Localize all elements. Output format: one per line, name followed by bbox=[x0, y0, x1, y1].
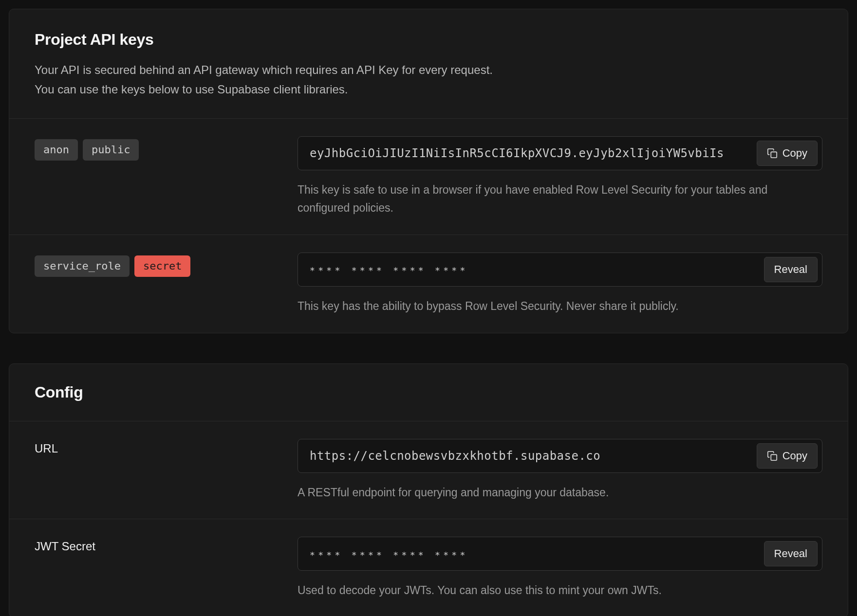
url-label: URL bbox=[35, 442, 58, 455]
anon-key-help: This key is safe to use in a browser if … bbox=[298, 181, 822, 217]
api-keys-panel: Project API keys Your API is secured beh… bbox=[9, 9, 848, 333]
service-role-field-wrap: Reveal bbox=[298, 253, 822, 287]
copy-url-label: Copy bbox=[782, 450, 807, 462]
copy-anon-key-button[interactable]: Copy bbox=[757, 141, 818, 166]
svg-rect-0 bbox=[771, 152, 777, 158]
jwt-content: Reveal Used to decode your JWTs. You can… bbox=[298, 537, 822, 599]
jwt-label: JWT Secret bbox=[35, 540, 95, 553]
config-title: Config bbox=[35, 383, 822, 401]
anon-key-field-wrap: Copy bbox=[298, 136, 822, 170]
url-input[interactable] bbox=[298, 439, 822, 473]
anon-tag: anon bbox=[35, 139, 78, 161]
service-role-input[interactable] bbox=[298, 253, 822, 287]
api-keys-description-line1: Your API is secured behind an API gatewa… bbox=[35, 63, 493, 76]
reveal-jwt-button[interactable]: Reveal bbox=[764, 541, 818, 566]
config-header: Config bbox=[9, 364, 848, 421]
service-role-tag: service_role bbox=[35, 255, 130, 277]
service-role-help: This key has the ability to bypass Row L… bbox=[298, 297, 822, 315]
jwt-label-wrap: JWT Secret bbox=[35, 537, 298, 553]
service-role-tags: service_role secret bbox=[35, 253, 298, 277]
jwt-input[interactable] bbox=[298, 537, 822, 571]
public-tag: public bbox=[83, 139, 139, 161]
anon-key-tags: anon public bbox=[35, 136, 298, 161]
svg-rect-1 bbox=[771, 454, 777, 460]
url-help: A RESTful endpoint for querying and mana… bbox=[298, 484, 822, 502]
service-role-content: Reveal This key has the ability to bypas… bbox=[298, 253, 822, 315]
url-row: URL Copy A RESTful endpoint for querying… bbox=[9, 421, 848, 519]
copy-icon bbox=[767, 148, 778, 159]
url-label-wrap: URL bbox=[35, 439, 298, 455]
api-keys-header: Project API keys Your API is secured beh… bbox=[9, 9, 848, 118]
config-panel: Config URL Copy A RESTful endpoint bbox=[9, 363, 848, 616]
reveal-jwt-label: Reveal bbox=[774, 547, 807, 560]
anon-key-content: Copy This key is safe to use in a browse… bbox=[298, 136, 822, 217]
jwt-help: Used to decode your JWTs. You can also u… bbox=[298, 581, 822, 599]
anon-key-row: anon public Copy This key is safe to use… bbox=[9, 118, 848, 235]
api-keys-description: Your API is secured behind an API gatewa… bbox=[35, 60, 822, 99]
url-field-wrap: Copy bbox=[298, 439, 822, 473]
copy-anon-key-label: Copy bbox=[782, 147, 807, 160]
service-role-row: service_role secret Reveal This key has … bbox=[9, 235, 848, 333]
api-keys-description-line2: You can use the keys below to use Supaba… bbox=[35, 83, 348, 96]
api-keys-title: Project API keys bbox=[35, 31, 822, 49]
jwt-field-wrap: Reveal bbox=[298, 537, 822, 571]
secret-tag: secret bbox=[134, 255, 190, 277]
jwt-row: JWT Secret Reveal Used to decode your JW… bbox=[9, 519, 848, 616]
reveal-service-role-label: Reveal bbox=[774, 263, 807, 276]
copy-icon bbox=[767, 451, 778, 461]
url-content: Copy A RESTful endpoint for querying and… bbox=[298, 439, 822, 502]
reveal-service-role-button[interactable]: Reveal bbox=[764, 257, 818, 282]
anon-key-input[interactable] bbox=[298, 136, 822, 170]
copy-url-button[interactable]: Copy bbox=[757, 443, 818, 469]
